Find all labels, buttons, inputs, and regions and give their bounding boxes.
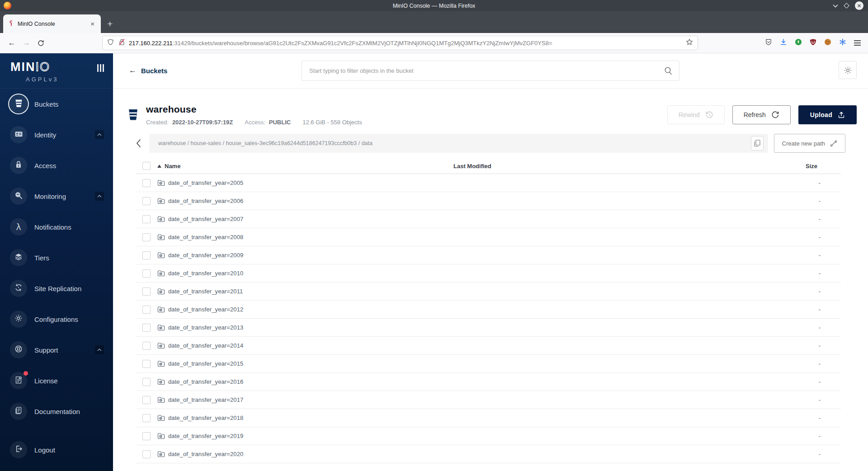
row-checkbox[interactable]	[142, 324, 151, 332]
row-checkbox[interactable]	[142, 233, 151, 241]
name-header[interactable]: Name	[157, 163, 453, 170]
table-row[interactable]: date_of_transfer_year=2017 -	[136, 391, 841, 409]
row-checkbox[interactable]	[142, 378, 151, 386]
menu-hamburger-icon[interactable]	[854, 40, 861, 45]
sidebar-item-logout[interactable]: Logout	[0, 434, 113, 465]
sidebar-item-site-replication[interactable]: Site Replication	[0, 273, 113, 304]
search-icon	[664, 66, 673, 75]
window-close-icon[interactable]: ✕	[855, 1, 863, 10]
window-maximize-icon[interactable]	[844, 3, 849, 9]
table-row[interactable]: date_of_transfer_year=2011 -	[136, 283, 841, 301]
table-row[interactable]: date_of_transfer_year=2018 -	[136, 409, 841, 427]
window-minimize-icon[interactable]	[833, 4, 838, 8]
url-bar[interactable]: 217.160.222.211:31429/buckets/warehouse/…	[102, 36, 698, 50]
rewind-button[interactable]: Rewind	[667, 105, 725, 124]
table-row[interactable]: date_of_transfer_year=2012 -	[136, 301, 841, 319]
table-row[interactable]: date_of_transfer_year=2014 -	[136, 337, 841, 355]
sidebar-item-configurations[interactable]: Configurations	[0, 304, 113, 334]
row-checkbox[interactable]	[142, 251, 151, 259]
row-checkbox[interactable]	[142, 179, 151, 187]
lambda-icon: λ	[16, 222, 21, 232]
row-checkbox[interactable]	[142, 215, 151, 223]
row-checkbox[interactable]	[142, 306, 151, 314]
asterisk-extension-icon[interactable]	[839, 38, 846, 47]
browser-tab[interactable]: MinIO Console ×	[3, 14, 101, 33]
table-row[interactable]: date_of_transfer_year=2009 -	[136, 246, 841, 264]
sidebar-item-label: License	[34, 377, 113, 385]
object-name: date_of_transfer_year=2017	[168, 396, 243, 403]
table-row[interactable]: date_of_transfer_year=2005 -	[136, 174, 841, 192]
row-checkbox[interactable]	[142, 450, 151, 458]
row-checkbox[interactable]	[142, 197, 151, 205]
folder-icon	[157, 342, 165, 349]
insecure-lock-icon[interactable]	[118, 38, 125, 47]
chevron-left-icon	[136, 138, 141, 148]
table-row[interactable]: date_of_transfer_year=2019 -	[136, 427, 841, 445]
object-size: -	[790, 451, 841, 457]
sidebar-item-support[interactable]: Support	[0, 334, 113, 365]
table-row[interactable]: date_of_transfer_year=2015 -	[136, 355, 841, 373]
table-row[interactable]: date_of_transfer_year=2006 -	[136, 192, 841, 210]
settings-gear-button[interactable]	[839, 61, 857, 79]
browser-tabbar: MinIO Console × +	[0, 11, 868, 33]
sidebar-menu: Buckets Identity Access Monitoring λ Not…	[0, 89, 113, 465]
chevron-up-icon[interactable]	[95, 192, 104, 201]
select-all-checkbox[interactable]	[142, 162, 151, 170]
sidebar-item-monitoring[interactable]: Monitoring	[0, 181, 113, 212]
bookmark-star-icon[interactable]	[686, 38, 693, 47]
browser-navbar: ← → 217.160.222.211:31429/buckets/wareho…	[0, 33, 868, 53]
back-icon[interactable]: ←	[5, 36, 19, 50]
sidebar-item-license[interactable]: License	[0, 365, 113, 396]
path-back-button[interactable]	[136, 138, 149, 148]
row-checkbox[interactable]	[142, 360, 151, 368]
sidebar-item-identity[interactable]: Identity	[0, 119, 113, 150]
sidebar-item-documentation[interactable]: Documentation	[0, 396, 113, 427]
sidebar-collapse-icon[interactable]	[97, 64, 104, 72]
table-row[interactable]: date_of_transfer_year=2007 -	[136, 210, 841, 228]
upload-button[interactable]: Upload	[798, 105, 857, 124]
table-row[interactable]: date_of_transfer_year=2016 -	[136, 373, 841, 391]
window-title: MinIO Console — Mozilla Firefox	[0, 3, 868, 9]
reload-icon[interactable]	[33, 36, 48, 50]
folder-icon	[157, 378, 165, 385]
table-row[interactable]: date_of_transfer_year=2013 -	[136, 319, 841, 337]
tab-close-icon[interactable]: ×	[89, 20, 96, 28]
row-checkbox[interactable]	[142, 342, 151, 350]
table-row[interactable]: date_of_transfer_year=2008 -	[136, 228, 841, 246]
forward-icon[interactable]: →	[19, 36, 33, 50]
green-extension-icon[interactable]	[795, 38, 802, 47]
chevron-up-icon[interactable]	[95, 345, 104, 354]
row-checkbox[interactable]	[142, 287, 151, 296]
object-size: -	[790, 270, 841, 277]
sidebar-item-tiers[interactable]: Tiers	[0, 242, 113, 273]
bucket-usage: 12.6 GiB - 558 Objects	[302, 119, 362, 126]
chevron-up-icon[interactable]	[95, 130, 104, 139]
search-input[interactable]	[302, 67, 664, 74]
refresh-button[interactable]: Refresh	[732, 105, 791, 124]
size-header[interactable]: Size	[790, 163, 841, 170]
cookie-extension-icon[interactable]	[824, 38, 831, 47]
row-checkbox[interactable]	[142, 269, 151, 278]
ublock-shield-icon[interactable]	[810, 38, 816, 47]
tracking-shield-icon[interactable]	[107, 38, 114, 47]
row-checkbox[interactable]	[142, 432, 151, 440]
sidebar-item-access[interactable]: Access	[0, 150, 113, 181]
identity-card-icon	[14, 130, 23, 140]
table-row[interactable]: date_of_transfer_year=2020 -	[136, 445, 841, 463]
sidebar-item-notifications[interactable]: λ Notifications	[0, 212, 113, 242]
table-row[interactable]: date_of_transfer_year=2010 -	[136, 264, 841, 283]
folder-icon	[157, 288, 165, 295]
new-tab-button[interactable]: +	[107, 19, 113, 29]
downloads-icon[interactable]	[780, 38, 787, 47]
sidebar-item-label: Logout	[34, 446, 113, 454]
row-checkbox[interactable]	[142, 414, 151, 422]
window-titlebar: MinIO Console — Mozilla Firefox ✕	[0, 0, 868, 11]
last-modified-header[interactable]: Last Modified	[453, 163, 790, 170]
row-checkbox[interactable]	[142, 396, 151, 404]
sidebar-item-buckets[interactable]: Buckets	[0, 89, 113, 119]
create-new-path-button[interactable]: Create new path	[774, 134, 845, 153]
rewind-icon	[705, 111, 713, 119]
shield-chevron-icon[interactable]	[765, 38, 772, 47]
copy-path-button[interactable]	[751, 136, 764, 151]
back-to-buckets-link[interactable]: ← Buckets	[129, 66, 167, 75]
